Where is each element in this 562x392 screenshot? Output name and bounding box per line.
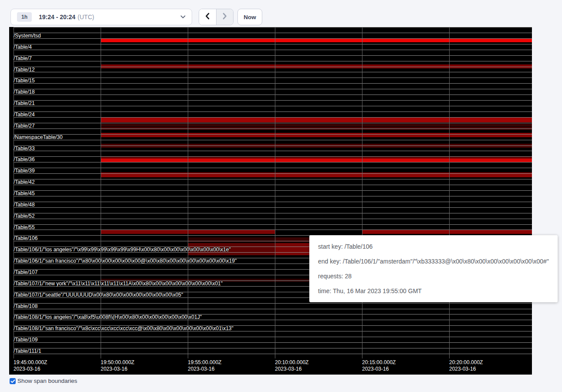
span-boundary-line [14, 72, 532, 72]
axis-date: 2023-03-16 [449, 366, 483, 372]
span-boundary-line [14, 179, 532, 179]
row-label: /Table/39 [14, 168, 35, 174]
span-boundary-line [14, 100, 532, 101]
time-range-text: 19:24 - 20:24 [39, 14, 75, 20]
row-label: /Table/42 [14, 179, 35, 185]
axis-label: 19:55:00.000Z2023-03-16 [188, 359, 221, 372]
span-boundary-line [14, 151, 532, 151]
row-label: /Table/109 [14, 337, 37, 343]
show-span-boundaries-label: Show span boundaries [17, 378, 77, 384]
time-gridline [275, 27, 275, 358]
axis-date: 2023-03-16 [101, 366, 134, 372]
axis-time: 20:10:00.000Z [275, 359, 308, 366]
row-label: /Table/106/1/"san francisco"/"\x80\x00\x… [14, 258, 237, 264]
span-boundary-line [14, 202, 532, 202]
axis-time: 19:50:00.000Z [101, 359, 134, 366]
heat-band [101, 117, 532, 122]
row-label: /Table/4 [14, 44, 32, 50]
span-boundary-line [14, 185, 532, 185]
axis-time: 20:15:00.000Z [362, 359, 396, 366]
now-button-label: Now [244, 14, 256, 20]
span-boundary-line [14, 145, 532, 146]
row-label: /Table/18 [14, 89, 35, 95]
chevron-left-icon [205, 13, 210, 21]
axis-label: 19:45:00.000Z2023-03-16 [14, 359, 47, 372]
row-label: /Table/52 [14, 213, 35, 219]
span-boundary-line [14, 230, 532, 230]
span-boundary-line [14, 140, 532, 140]
span-boundary-line [14, 67, 532, 67]
row-label: /Table/12 [14, 67, 35, 73]
span-boundary-line [14, 112, 532, 112]
span-boundary-line [14, 27, 532, 27]
span-boundary-line [14, 354, 532, 354]
now-button[interactable]: Now [237, 9, 262, 25]
axis-label: 20:20:00.000Z2023-03-16 [449, 359, 483, 372]
time-range-select[interactable]: 1h 19:24 - 20:24 (UTC) [10, 9, 192, 25]
row-label: /Table/108/1/"los angeles"/"\xa8\xf5\u00… [14, 314, 202, 320]
span-boundary-line [14, 44, 532, 44]
show-span-boundaries-checkbox[interactable] [10, 378, 16, 384]
heat-band [188, 237, 275, 242]
heatmap-tooltip: start key: /Table/106 end key: /Table/10… [309, 235, 558, 302]
span-boundary-line [14, 134, 532, 135]
axis-date: 2023-03-16 [188, 366, 221, 372]
time-gridline [188, 27, 188, 358]
axis-date: 2023-03-16 [275, 366, 308, 372]
span-boundary-line [14, 117, 532, 118]
span-boundary-line [14, 173, 532, 174]
span-boundary-line [14, 33, 532, 33]
chevron-right-icon [223, 13, 227, 21]
row-label: /Table/108 [14, 304, 37, 309]
heat-band [101, 38, 532, 42]
span-boundary-line [14, 190, 532, 191]
time-gridline [362, 27, 362, 358]
axis-label: 20:15:00.000Z2023-03-16 [362, 359, 396, 372]
row-label: /Table/107/1/"new york"/"\x11\x11\x11\x1… [14, 281, 223, 287]
time-nav-group [199, 9, 234, 25]
span-boundary-line [14, 61, 532, 61]
span-boundary-line [14, 219, 532, 219]
time-gridline [101, 27, 101, 358]
axis-date: 2023-03-16 [14, 366, 47, 372]
span-boundary-line [14, 50, 532, 50]
axis-time: 19:55:00.000Z [188, 359, 221, 366]
span-boundary-line [14, 55, 532, 56]
time-range-zone: (UTC) [78, 14, 94, 20]
span-boundary-line [14, 95, 532, 95]
row-label: /Table/36 [14, 157, 35, 162]
chevron-down-icon [180, 15, 186, 19]
checkmark-icon [10, 377, 15, 385]
row-label: /Table/27 [14, 123, 35, 129]
span-boundary-line [14, 337, 532, 337]
span-boundary-line [14, 168, 532, 168]
span-boundary-line [14, 83, 532, 84]
axis-date: 2023-03-16 [362, 366, 396, 372]
row-label: /Table/111/1 [14, 348, 41, 354]
prev-time-button[interactable] [199, 9, 216, 25]
axis-time: 19:45:00.000Z [14, 359, 47, 366]
next-time-button[interactable] [216, 9, 234, 25]
span-boundary-line [14, 342, 532, 343]
row-label: /Table/21 [14, 101, 35, 106]
row-label: /Table/106 [14, 236, 37, 241]
span-boundary-line [14, 156, 532, 157]
row-label: /Table/7 [14, 56, 32, 61]
tooltip-end-key: end key: /Table/106/1/"amsterdam"/"\xb33… [318, 258, 549, 265]
row-label: /System/tsd [14, 33, 41, 39]
tooltip-requests: requests: 28 [318, 273, 549, 280]
row-label: /NamespaceTable/30 [14, 135, 63, 140]
heat-band [101, 159, 532, 162]
row-label: /Table/55 [14, 225, 35, 230]
span-boundary-line [14, 213, 532, 213]
span-boundary-line [14, 348, 532, 348]
row-label: /Table/48 [14, 202, 35, 208]
row-label: /Table/24 [14, 112, 35, 118]
show-span-boundaries-row: Show span boundaries [10, 378, 77, 384]
key-visualizer-heatmap[interactable]: /System/tsd/Table/4/Table/7/Table/12/Tab… [9, 27, 532, 375]
span-boundary-line [14, 196, 532, 196]
heat-band [101, 133, 532, 137]
row-label: /Table/15 [14, 78, 35, 84]
axis-time: 20:20:00.000Z [449, 359, 483, 366]
row-label: /Table/108/1/"san francisco"/"\x8c\xcc\x… [14, 326, 234, 331]
